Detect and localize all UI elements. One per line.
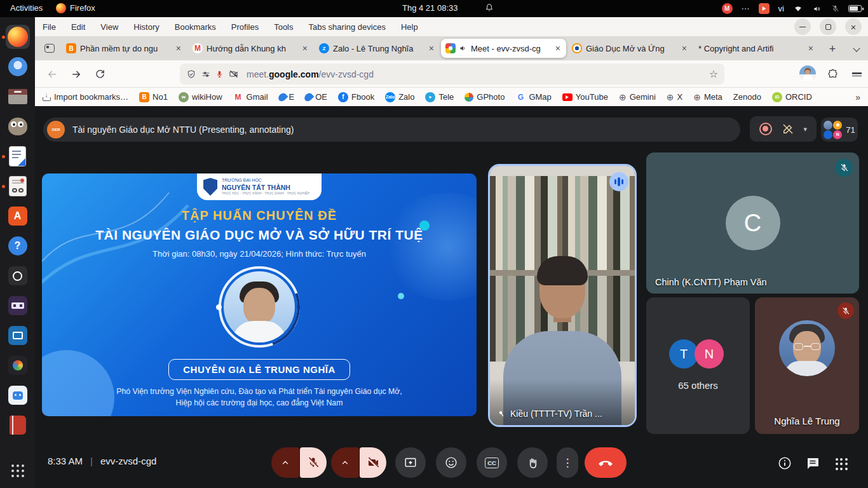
tab-close-icon[interactable]: × [428, 44, 435, 53]
app-menu-hamburger-icon[interactable] [846, 64, 867, 85]
tab-3[interactable]: Z Zalo - Lê Trung Nghĩa × [315, 39, 440, 58]
dock-item-chat-app[interactable] [6, 383, 30, 407]
dock-item-firefox[interactable] [6, 25, 30, 49]
bookmark-youtube[interactable]: YouTube [562, 92, 608, 102]
dock-item-chromium[interactable] [6, 55, 30, 79]
list-all-tabs-button[interactable] [848, 42, 865, 57]
dock-item-gimp[interactable] [6, 114, 30, 139]
bookmark-gemini[interactable]: ⊕Gemini [619, 92, 656, 102]
forward-button[interactable] [65, 64, 86, 85]
dock-item-help[interactable]: ? [6, 234, 30, 258]
chevron-down-icon[interactable]: ▾ [804, 125, 808, 133]
speaker-video-tile[interactable]: Kiều (TTTT-TV) Trần ... [488, 164, 637, 427]
menu-file[interactable]: File [43, 22, 56, 32]
firefox-view-button[interactable] [40, 39, 59, 57]
permissions-icon[interactable] [201, 69, 211, 79]
raise-hand-button[interactable] [517, 447, 548, 478]
bookmark-zalo[interactable]: ZaloZalo [385, 92, 414, 102]
reload-button[interactable] [90, 64, 111, 85]
tab-audio-icon[interactable] [459, 44, 467, 52]
tab-5[interactable]: Giáo Dục Mở và Ứng × [567, 39, 693, 58]
tab-close-icon[interactable]: × [807, 44, 815, 53]
bookmark-wikihow[interactable]: wwikiHow [179, 92, 222, 102]
activities-button[interactable]: Activities [10, 3, 43, 13]
participant-tile-chinh[interactable]: C Chinh (K.CNTT) Phạm Văn [646, 152, 859, 294]
meeting-details-button[interactable] [776, 455, 793, 471]
bookmark-orcid[interactable]: iDORCID [772, 92, 812, 102]
bookmark-oe[interactable]: OE [305, 92, 327, 102]
tab-close-icon[interactable]: × [301, 44, 309, 53]
url-bar[interactable]: meet.google.com/evv-zvsd-cgd ☆ [180, 64, 724, 85]
annotation-disabled-icon[interactable] [782, 123, 794, 135]
menu-help[interactable]: Help [401, 22, 418, 32]
dock-item-files[interactable] [6, 85, 30, 109]
present-button[interactable] [395, 447, 426, 478]
bookmark-gmap[interactable]: GGMap [515, 92, 551, 102]
menu-profiles[interactable]: Profiles [231, 22, 259, 32]
bookmark-zenodo[interactable]: Zenodo [733, 92, 761, 102]
bookmark-e[interactable]: E [279, 92, 295, 102]
tab-6[interactable]: * Copyright and Artifi × [694, 39, 819, 58]
dock-item-screenshot[interactable] [6, 264, 30, 288]
wifi-icon[interactable] [793, 4, 803, 13]
notification-bell-icon[interactable] [484, 2, 494, 13]
account-avatar[interactable] [799, 65, 816, 82]
volume-icon[interactable] [812, 4, 822, 13]
bookmark-star-icon[interactable]: ☆ [709, 68, 718, 80]
end-call-button[interactable] [585, 447, 627, 478]
menu-edit[interactable]: Edit [71, 22, 85, 32]
close-button[interactable]: × [845, 18, 862, 35]
tray-more-icon[interactable]: ⋯ [742, 4, 750, 13]
others-tile[interactable]: T N 65 others [646, 297, 750, 434]
camera-options-button[interactable] [331, 447, 359, 478]
extensions-puzzle-icon[interactable] [822, 64, 843, 85]
more-options-button[interactable]: ⋮ [557, 447, 578, 478]
new-tab-button[interactable]: + [824, 41, 841, 57]
activities-apps-button[interactable] [834, 456, 849, 471]
tab-close-icon[interactable]: × [175, 44, 182, 53]
tab-4-active[interactable]: Meet - evv-zvsd-cg × [441, 39, 566, 58]
dock-item-color-tool[interactable] [6, 353, 30, 377]
mic-in-use-icon[interactable] [215, 69, 224, 79]
mic-options-button[interactable] [271, 447, 299, 478]
gmail-notification-icon[interactable]: M [722, 3, 733, 14]
dock-item-show-applications[interactable] [6, 459, 30, 483]
reactions-button[interactable] [436, 447, 466, 478]
bookmark-meta[interactable]: ⊕Meta [693, 92, 722, 102]
menu-tabs-sharing[interactable]: Tabs sharing devices [309, 22, 386, 32]
bookmark-fbook[interactable]: fFbook [338, 92, 374, 102]
dock-item-remote-desktop[interactable] [6, 323, 30, 348]
menu-tools[interactable]: Tools [274, 22, 293, 32]
restore-button[interactable] [820, 18, 836, 35]
bookmark-gmail[interactable]: MGmail [233, 92, 268, 102]
dock-item-dictionary[interactable] [6, 413, 30, 437]
bookmark-gphoto[interactable]: GPhoto [465, 92, 505, 102]
shield-icon[interactable] [186, 69, 196, 79]
tab-close-icon[interactable]: × [681, 44, 688, 53]
minimize-button[interactable] [794, 18, 811, 35]
bookmark-import[interactable]: ↓ Import bookmarks… [43, 92, 128, 102]
mic-muted-icon[interactable] [831, 4, 839, 13]
back-button[interactable] [41, 64, 62, 85]
clock[interactable]: Thg 4 21 08:33 [402, 3, 458, 13]
screenshare-indicator-icon[interactable] [759, 3, 770, 14]
record-icon[interactable] [759, 123, 772, 135]
menu-view[interactable]: View [100, 22, 118, 32]
captions-button[interactable]: CC [477, 447, 507, 478]
participant-tile-nghia[interactable]: Nghĩa Lê Trung [755, 297, 859, 434]
tab-1[interactable]: B Phần mềm tự do ngu × [62, 39, 187, 58]
tab-close-icon[interactable]: × [554, 44, 562, 53]
menu-bookmarks[interactable]: Bookmarks [175, 22, 216, 32]
url-text[interactable]: meet.google.com/evv-zvsd-cgd [247, 69, 374, 79]
tab-2[interactable]: M Hướng dẫn Khung kh × [188, 39, 313, 58]
keyboard-layout-indicator[interactable]: vi [778, 4, 784, 13]
bookmarks-overflow-icon[interactable]: » [855, 92, 860, 102]
dock-item-app-center[interactable]: A [6, 204, 30, 228]
menu-history[interactable]: History [133, 22, 159, 32]
bookmark-no1[interactable]: BNo1 [139, 92, 168, 102]
bookmark-tele[interactable]: ▸Tele [425, 92, 454, 102]
dock-item-video-editor[interactable] [6, 294, 30, 318]
chat-button[interactable] [804, 455, 821, 471]
dock-item-document-viewer[interactable] [6, 174, 30, 198]
appmenu-label[interactable]: Firefox [70, 3, 95, 13]
